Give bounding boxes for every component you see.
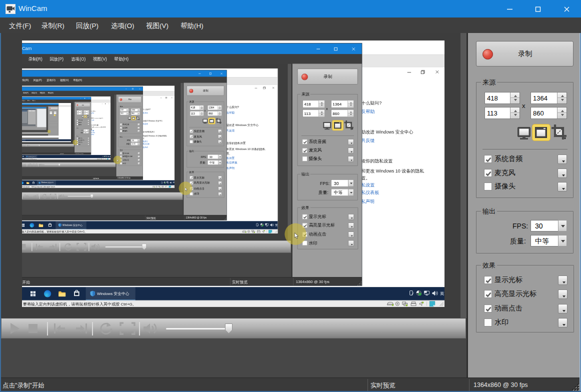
svg-text:英: 英 <box>173 182 174 184</box>
svg-text:英: 英 <box>440 291 444 296</box>
svg-text:英: 英 <box>110 156 110 158</box>
svg-text:英: 英 <box>275 224 278 227</box>
